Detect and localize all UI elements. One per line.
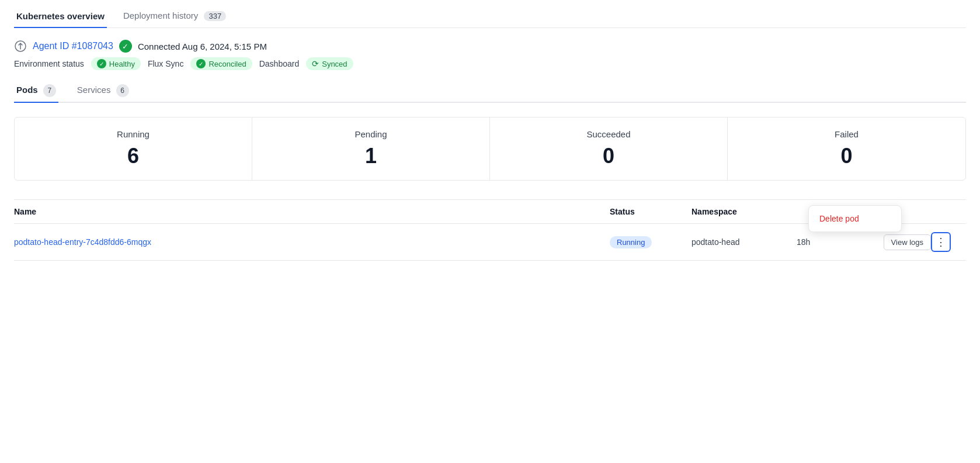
- col-header-namespace: Namespace: [691, 207, 797, 216]
- sub-tabs-bar: Pods 7 Services 6: [14, 80, 966, 103]
- agent-row: Agent ID #1087043 ✓ Connected Aug 6, 202…: [14, 40, 966, 53]
- pod-name-cell: podtato-head-entry-7c4d8fdd6-6mqgx: [14, 237, 610, 247]
- connected-text: Connected Aug 6, 2024, 5:15 PM: [138, 42, 267, 51]
- services-count-badge: 6: [116, 84, 129, 97]
- pod-age-cell: 18h: [797, 237, 855, 247]
- stat-pending-label: Pending: [266, 129, 475, 139]
- health-check-icon: ✓: [97, 59, 106, 68]
- sub-tab-services[interactable]: Services 6: [75, 80, 131, 103]
- col-header-status: Status: [610, 207, 691, 216]
- more-options-button[interactable]: ⋮: [931, 232, 951, 252]
- pod-more-cell: ⋮: [931, 232, 966, 252]
- dashboard-badge: ⟳ Synced: [306, 57, 353, 70]
- pods-count-badge: 7: [43, 84, 56, 97]
- pods-table: Name Status Namespace podtato-head-entry…: [14, 199, 966, 261]
- health-badge: ✓ Healthy: [91, 57, 141, 70]
- stat-failed-label: Failed: [742, 129, 951, 139]
- stat-pending-value: 1: [266, 144, 475, 168]
- stat-running-value: 6: [29, 144, 238, 168]
- pod-status-cell: Running: [610, 236, 691, 248]
- environment-status-label: Environment status: [14, 59, 84, 68]
- agent-id-link[interactable]: Agent ID #1087043: [33, 41, 113, 51]
- stat-succeeded-value: 0: [504, 144, 713, 168]
- pod-namespace-cell: podtato-head: [691, 237, 797, 247]
- pod-name-link[interactable]: podtato-head-entry-7c4d8fdd6-6mqgx: [14, 237, 151, 247]
- delete-pod-menu-item[interactable]: Delete pod: [809, 208, 901, 229]
- stat-succeeded-label: Succeeded: [504, 129, 713, 139]
- stat-succeeded: Succeeded 0: [490, 118, 728, 180]
- flux-badge: ✓ Reconciled: [190, 57, 252, 70]
- col-header-more: [931, 207, 966, 216]
- table-row: podtato-head-entry-7c4d8fdd6-6mqgx Runni…: [14, 224, 966, 261]
- stats-row: Running 6 Pending 1 Succeeded 0 Failed 0: [14, 117, 966, 181]
- main-tabs-bar: Kubernetes overview Deployment history 3…: [14, 0, 966, 28]
- pod-status-badge: Running: [610, 236, 652, 248]
- dashboard-label: Dashboard: [259, 59, 300, 68]
- stat-pending: Pending 1: [252, 118, 490, 180]
- flux-sync-label: Flux Sync: [148, 59, 183, 68]
- sub-tab-pods[interactable]: Pods 7: [14, 80, 58, 103]
- deployment-history-badge: 337: [204, 11, 226, 21]
- stat-running-label: Running: [29, 129, 238, 139]
- more-options-icon: ⋮: [936, 236, 946, 248]
- flux-check-icon: ✓: [196, 59, 206, 68]
- connected-check-icon: ✓: [119, 40, 132, 53]
- tab-deployment-history[interactable]: Deployment history 337: [121, 5, 228, 28]
- agent-section: Agent ID #1087043 ✓ Connected Aug 6, 202…: [14, 40, 966, 70]
- stat-failed: Failed 0: [728, 118, 965, 180]
- col-header-name: Name: [14, 207, 610, 216]
- tab-kubernetes-overview[interactable]: Kubernetes overview: [14, 5, 107, 28]
- status-row: Environment status ✓ Healthy Flux Sync ✓…: [14, 57, 966, 70]
- agent-icon: [14, 40, 27, 53]
- stat-running: Running 6: [15, 118, 252, 180]
- popup-menu: Delete pod: [808, 205, 902, 232]
- sync-icon: ⟳: [312, 59, 319, 68]
- stat-failed-value: 0: [742, 144, 951, 168]
- view-logs-button[interactable]: View logs: [884, 234, 931, 250]
- pod-actions-cell: Delete pod View logs: [855, 234, 931, 250]
